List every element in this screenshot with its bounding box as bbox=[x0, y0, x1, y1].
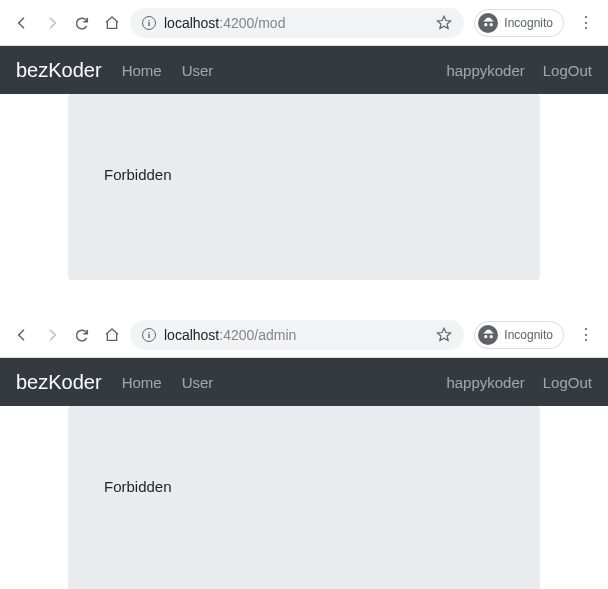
message-card: Forbidden bbox=[68, 94, 540, 280]
nav-link-home[interactable]: Home bbox=[122, 374, 162, 391]
url-text: localhost:4200/admin bbox=[164, 327, 428, 343]
incognito-icon bbox=[478, 13, 498, 33]
bookmark-star-icon[interactable] bbox=[436, 15, 452, 31]
brand-logo[interactable]: bezKoder bbox=[16, 371, 102, 394]
incognito-icon bbox=[478, 325, 498, 345]
address-bar[interactable]: i localhost:4200/mod bbox=[130, 8, 464, 38]
home-icon[interactable] bbox=[104, 15, 120, 31]
toolbar-right: Incognito ⋮ bbox=[474, 321, 600, 349]
forward-icon[interactable] bbox=[44, 327, 60, 343]
nav-link-username[interactable]: happykoder bbox=[446, 374, 524, 391]
reload-icon[interactable] bbox=[74, 15, 90, 31]
browser-toolbar: i localhost:4200/admin Incognito ⋮ bbox=[0, 312, 608, 358]
nav-link-username[interactable]: happykoder bbox=[446, 62, 524, 79]
forbidden-message: Forbidden bbox=[104, 166, 172, 183]
nav-link-home[interactable]: Home bbox=[122, 62, 162, 79]
site-info-icon[interactable]: i bbox=[142, 16, 156, 30]
nav-button-group bbox=[8, 15, 120, 31]
page-content: Forbidden bbox=[0, 94, 608, 300]
nav-link-user[interactable]: User bbox=[182, 374, 214, 391]
reload-icon[interactable] bbox=[74, 327, 90, 343]
toolbar-right: Incognito ⋮ bbox=[474, 9, 600, 37]
site-info-icon[interactable]: i bbox=[142, 328, 156, 342]
url-text: localhost:4200/mod bbox=[164, 15, 428, 31]
incognito-badge[interactable]: Incognito bbox=[474, 9, 564, 37]
nav-links-right: happykoder LogOut bbox=[446, 62, 592, 79]
page-content: Forbidden bbox=[0, 406, 608, 589]
incognito-label: Incognito bbox=[504, 16, 553, 30]
bookmark-star-icon[interactable] bbox=[436, 327, 452, 343]
nav-link-user[interactable]: User bbox=[182, 62, 214, 79]
message-card: Forbidden bbox=[68, 406, 540, 589]
incognito-label: Incognito bbox=[504, 328, 553, 342]
browser-toolbar: i localhost:4200/mod Incognito ⋮ bbox=[0, 0, 608, 46]
browser-window-1: i localhost:4200/mod Incognito ⋮ bezKode… bbox=[0, 0, 608, 300]
back-icon[interactable] bbox=[14, 327, 30, 343]
nav-links-left: Home User bbox=[122, 374, 447, 391]
home-icon[interactable] bbox=[104, 327, 120, 343]
incognito-badge[interactable]: Incognito bbox=[474, 321, 564, 349]
back-icon[interactable] bbox=[14, 15, 30, 31]
nav-link-logout[interactable]: LogOut bbox=[543, 62, 592, 79]
nav-links-left: Home User bbox=[122, 62, 447, 79]
browser-window-2: i localhost:4200/admin Incognito ⋮ bezKo… bbox=[0, 312, 608, 589]
app-navbar: bezKoder Home User happykoder LogOut bbox=[0, 46, 608, 94]
forward-icon[interactable] bbox=[44, 15, 60, 31]
forbidden-message: Forbidden bbox=[104, 478, 172, 495]
brand-logo[interactable]: bezKoder bbox=[16, 59, 102, 82]
app-navbar: bezKoder Home User happykoder LogOut bbox=[0, 358, 608, 406]
menu-dots-icon[interactable]: ⋮ bbox=[572, 13, 600, 32]
address-bar[interactable]: i localhost:4200/admin bbox=[130, 320, 464, 350]
nav-links-right: happykoder LogOut bbox=[446, 374, 592, 391]
nav-button-group bbox=[8, 327, 120, 343]
nav-link-logout[interactable]: LogOut bbox=[543, 374, 592, 391]
menu-dots-icon[interactable]: ⋮ bbox=[572, 325, 600, 344]
